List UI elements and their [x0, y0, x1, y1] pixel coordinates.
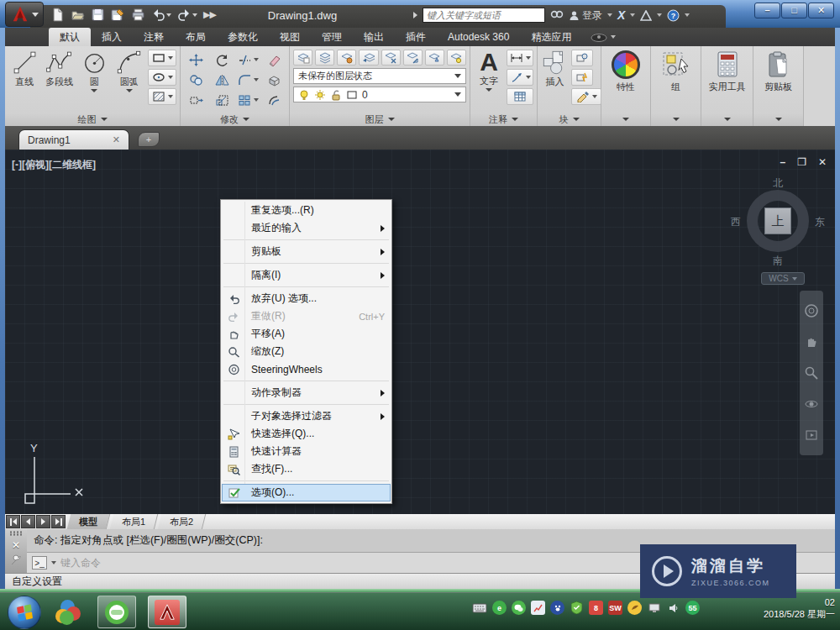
new-button[interactable]	[50, 8, 65, 22]
help-dropdown-icon[interactable]	[685, 13, 690, 17]
wcs-menu[interactable]: WCS	[761, 272, 805, 285]
next-layout-button[interactable]	[36, 515, 50, 528]
save-as-button[interactable]	[111, 8, 125, 22]
menu-item-recent-input[interactable]: 最近的输入	[222, 219, 391, 237]
block-attributes-tool[interactable]	[571, 69, 593, 86]
file-tab-close-icon[interactable]: ✕	[113, 134, 120, 145]
search-input[interactable]	[423, 8, 545, 23]
utilities-tool[interactable]: 实用工具	[705, 49, 749, 113]
redo-button[interactable]	[177, 8, 197, 22]
signin-dropdown-icon[interactable]	[607, 13, 612, 17]
menu-item-clipboard[interactable]: 剪贴板	[222, 243, 391, 260]
layers-panel-label[interactable]: 图层	[290, 113, 470, 126]
array-tool[interactable]	[236, 91, 260, 109]
layer-state-button[interactable]	[315, 50, 334, 66]
rectangle-tool[interactable]	[148, 50, 176, 66]
fillet-tool[interactable]	[236, 71, 260, 89]
orbit-icon[interactable]	[804, 396, 819, 412]
taskbar-autocad-app[interactable]	[148, 596, 186, 628]
viewcube-top-face[interactable]: 上	[764, 207, 791, 234]
layer-off-button[interactable]	[447, 50, 466, 66]
tray-qq-icon[interactable]: 8	[589, 601, 603, 615]
offset-tool[interactable]	[262, 91, 286, 109]
clipboard-panel-label[interactable]	[753, 113, 803, 126]
plot-button[interactable]	[131, 8, 145, 22]
tray-badge-icon[interactable]: 55	[685, 601, 700, 615]
taskbar-pinwheel-app[interactable]	[49, 596, 87, 628]
group-panel-label[interactable]	[651, 113, 701, 126]
layer-current-button[interactable]	[337, 50, 356, 66]
command-drag-grip[interactable]	[9, 531, 23, 536]
table-tool[interactable]	[507, 88, 533, 105]
ellipse-tool[interactable]	[148, 69, 176, 86]
tray-keyboard-icon[interactable]	[472, 602, 487, 614]
copy-tool[interactable]	[184, 71, 208, 89]
stretch-tool[interactable]	[184, 91, 208, 109]
drawing-close-button[interactable]: ✕	[818, 156, 827, 168]
maximize-button[interactable]: □	[781, 3, 807, 18]
taskbar-browser-app[interactable]	[97, 596, 136, 628]
tray-chart-icon[interactable]	[531, 601, 545, 615]
layout1-tab[interactable]: 布局1	[110, 514, 159, 529]
explode-tool[interactable]	[262, 71, 286, 89]
showmotion-icon[interactable]	[804, 428, 819, 443]
circle-tool[interactable]: 圆	[78, 49, 111, 113]
layer-dropdown[interactable]: 0	[293, 87, 466, 102]
steeringwheel-icon[interactable]	[804, 303, 819, 318]
circle-dropdown-icon[interactable]	[91, 89, 97, 92]
save-button[interactable]	[91, 8, 105, 22]
help-button[interactable]: ?	[667, 9, 680, 22]
insert-tool[interactable]: 插入	[541, 49, 569, 113]
layer-freeze-button[interactable]	[425, 50, 444, 66]
line-tool[interactable]: 直线	[8, 49, 41, 113]
tray-wechat-icon[interactable]	[512, 601, 526, 615]
scale-tool[interactable]	[210, 91, 234, 109]
undo-dropdown-icon[interactable]	[166, 13, 171, 17]
text-tool[interactable]: A 文字	[474, 49, 504, 113]
ribbon-tab-parametric[interactable]: 参数化	[217, 28, 269, 46]
command-prompt-icon[interactable]: >_	[32, 556, 47, 570]
tray-paw-icon[interactable]	[550, 601, 564, 615]
menu-item-options[interactable]: 选项(O)...	[222, 484, 391, 501]
command-input[interactable]	[60, 557, 312, 569]
tray-360-icon[interactable]: e	[492, 601, 507, 615]
viewcube-east[interactable]: 东	[815, 215, 825, 229]
a360-dropdown-icon[interactable]	[657, 13, 662, 17]
tray-shield-icon[interactable]	[570, 601, 584, 615]
polyline-tool[interactable]: 多段线	[44, 49, 76, 113]
viewcube-west[interactable]: 西	[731, 215, 741, 229]
viewcube-south[interactable]: 南	[773, 254, 783, 268]
leader-tool[interactable]	[507, 69, 533, 86]
ribbon-tab-home[interactable]: 默认	[49, 28, 91, 46]
block-panel-label[interactable]: 块	[538, 113, 601, 126]
menu-item-isolate[interactable]: 隔离(I)	[222, 266, 391, 284]
menu-item-steeringwheels[interactable]: SteeringWheels	[222, 360, 391, 378]
draw-panel-label[interactable]: 绘图	[5, 113, 180, 126]
viewcube-north[interactable]: 北	[773, 176, 783, 191]
drawing-canvas[interactable]: [-][俯视][二维线框] – ❐ ✕ 北 南 西 东 上 WCS Y	[5, 150, 835, 514]
mirror-tool[interactable]	[210, 71, 234, 89]
clipboard-tool[interactable]: 剪贴板	[757, 49, 800, 113]
layer-state-dropdown[interactable]: 未保存的图层状态	[293, 68, 466, 84]
infocenter-collapse-icon[interactable]	[413, 12, 417, 18]
layout2-tab[interactable]: 布局2	[158, 514, 207, 529]
start-button[interactable]	[8, 596, 41, 629]
hatch-tool[interactable]	[148, 88, 176, 105]
menu-item-zoom[interactable]: 缩放(Z)	[222, 343, 391, 360]
application-menu-button[interactable]	[5, 2, 44, 27]
file-tab-drawing1[interactable]: Drawing1 ✕	[18, 129, 129, 150]
viewport-controls[interactable]: [-][俯视][二维线框]	[12, 158, 96, 172]
menu-item-quickcalc[interactable]: 快速计算器	[222, 443, 391, 460]
model-tab[interactable]: 模型	[67, 514, 110, 529]
taskbar-clock[interactable]: 02 2018/5/28 星期一	[764, 596, 835, 620]
first-layout-button[interactable]	[6, 515, 20, 528]
group-tool[interactable]: 组	[654, 49, 697, 113]
navigation-bar[interactable]	[800, 291, 823, 455]
menu-item-subobject-filter[interactable]: 子对象选择过滤器	[222, 407, 391, 425]
a360-button[interactable]	[640, 10, 652, 21]
block-editor-tool[interactable]	[571, 88, 601, 105]
ribbon-tab-featured-apps[interactable]: 精选应用	[520, 28, 582, 46]
annotation-panel-label[interactable]: 注释	[470, 113, 537, 126]
ribbon-tab-annotate[interactable]: 注释	[133, 28, 175, 46]
utilities-panel-label[interactable]	[701, 113, 753, 126]
